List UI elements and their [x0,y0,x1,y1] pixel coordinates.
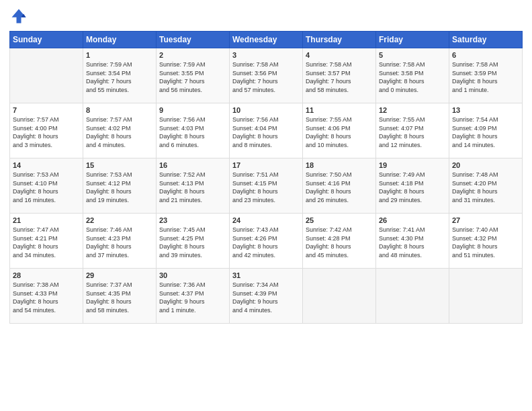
day-number: 4 [306,51,373,59]
calendar-cell: 16Sunrise: 7:52 AM Sunset: 4:13 PM Dayli… [157,158,230,214]
day-number: 10 [232,106,300,114]
day-number: 28 [13,271,80,279]
calendar-cell: 3Sunrise: 7:58 AM Sunset: 3:56 PM Daylig… [230,48,303,103]
day-number: 29 [86,271,153,279]
header-saturday: Saturday [449,32,523,48]
day-number: 25 [306,216,373,224]
calendar-cell: 19Sunrise: 7:49 AM Sunset: 4:18 PM Dayli… [376,158,449,214]
calendar-cell: 15Sunrise: 7:53 AM Sunset: 4:12 PM Dayli… [83,158,157,214]
day-number: 30 [159,271,226,279]
calendar-cell: 18Sunrise: 7:50 AM Sunset: 4:16 PM Dayli… [303,158,376,214]
day-number: 1 [86,51,153,59]
cell-content: Sunrise: 7:42 AM Sunset: 4:28 PM Dayligh… [306,226,373,259]
day-number: 7 [13,106,80,114]
calendar-week-0: 1Sunrise: 7:59 AM Sunset: 3:54 PM Daylig… [10,48,523,103]
day-number: 20 [452,161,519,169]
cell-content: Sunrise: 7:58 AM Sunset: 3:59 PM Dayligh… [452,60,519,94]
cell-content: Sunrise: 7:58 AM Sunset: 3:58 PM Dayligh… [379,60,446,94]
cell-content: Sunrise: 7:43 AM Sunset: 4:26 PM Dayligh… [232,226,300,259]
day-number: 5 [379,51,446,59]
calendar-cell: 7Sunrise: 7:57 AM Sunset: 4:00 PM Daylig… [10,103,83,158]
day-number: 21 [13,216,80,224]
calendar-week-1: 7Sunrise: 7:57 AM Sunset: 4:00 PM Daylig… [10,103,523,158]
cell-content: Sunrise: 7:56 AM Sunset: 4:03 PM Dayligh… [159,116,226,149]
calendar-cell: 30Sunrise: 7:36 AM Sunset: 4:37 PM Dayli… [157,269,230,324]
cell-content: Sunrise: 7:46 AM Sunset: 4:23 PM Dayligh… [86,226,153,259]
cell-content: Sunrise: 7:59 AM Sunset: 3:54 PM Dayligh… [86,60,153,94]
cell-content: Sunrise: 7:49 AM Sunset: 4:18 PM Dayligh… [379,171,446,204]
cell-content: Sunrise: 7:50 AM Sunset: 4:16 PM Dayligh… [306,171,373,204]
header-friday: Friday [376,32,449,48]
day-number: 9 [159,106,226,114]
calendar-cell: 9Sunrise: 7:56 AM Sunset: 4:03 PM Daylig… [157,103,230,158]
calendar-cell: 14Sunrise: 7:53 AM Sunset: 4:10 PM Dayli… [10,158,83,214]
cell-content: Sunrise: 7:34 AM Sunset: 4:39 PM Dayligh… [232,281,300,314]
day-number: 12 [379,106,446,114]
cell-content: Sunrise: 7:56 AM Sunset: 4:04 PM Dayligh… [232,116,300,149]
calendar-cell: 27Sunrise: 7:40 AM Sunset: 4:32 PM Dayli… [449,214,523,269]
cell-content: Sunrise: 7:51 AM Sunset: 4:15 PM Dayligh… [232,171,300,204]
day-number: 6 [452,51,519,59]
day-number: 24 [232,216,300,224]
cell-content: Sunrise: 7:58 AM Sunset: 3:56 PM Dayligh… [232,60,300,94]
day-number: 17 [232,161,300,169]
day-number: 8 [86,106,153,114]
cell-content: Sunrise: 7:54 AM Sunset: 4:09 PM Dayligh… [452,116,519,149]
calendar-cell: 5Sunrise: 7:58 AM Sunset: 3:58 PM Daylig… [376,48,449,103]
day-number: 16 [159,161,226,169]
cell-content: Sunrise: 7:47 AM Sunset: 4:21 PM Dayligh… [13,226,80,259]
calendar-cell: 21Sunrise: 7:47 AM Sunset: 4:21 PM Dayli… [10,214,83,269]
cell-content: Sunrise: 7:48 AM Sunset: 4:20 PM Dayligh… [452,171,519,204]
calendar-week-2: 14Sunrise: 7:53 AM Sunset: 4:10 PM Dayli… [10,158,523,214]
calendar-cell: 10Sunrise: 7:56 AM Sunset: 4:04 PM Dayli… [230,103,303,158]
header [9,7,523,26]
day-number: 23 [159,216,226,224]
calendar-cell: 17Sunrise: 7:51 AM Sunset: 4:15 PM Dayli… [230,158,303,214]
cell-content: Sunrise: 7:55 AM Sunset: 4:06 PM Dayligh… [306,116,373,149]
cell-content: Sunrise: 7:36 AM Sunset: 4:37 PM Dayligh… [159,281,226,314]
cell-content: Sunrise: 7:41 AM Sunset: 4:30 PM Dayligh… [379,226,446,259]
calendar-cell: 25Sunrise: 7:42 AM Sunset: 4:28 PM Dayli… [303,214,376,269]
cell-content: Sunrise: 7:59 AM Sunset: 3:55 PM Dayligh… [159,60,226,94]
calendar-header-row: SundayMondayTuesdayWednesdayThursdayFrid… [10,32,523,48]
cell-content: Sunrise: 7:52 AM Sunset: 4:13 PM Dayligh… [159,171,226,204]
calendar-cell: 11Sunrise: 7:55 AM Sunset: 4:06 PM Dayli… [303,103,376,158]
day-number: 19 [379,161,446,169]
day-number: 15 [86,161,153,169]
calendar-cell [449,269,523,324]
calendar-cell: 26Sunrise: 7:41 AM Sunset: 4:30 PM Dayli… [376,214,449,269]
calendar-cell: 6Sunrise: 7:58 AM Sunset: 3:59 PM Daylig… [449,48,523,103]
day-number: 11 [306,106,373,114]
day-number: 31 [232,271,300,279]
cell-content: Sunrise: 7:57 AM Sunset: 4:02 PM Dayligh… [86,116,153,149]
calendar-cell: 12Sunrise: 7:55 AM Sunset: 4:07 PM Dayli… [376,103,449,158]
cell-content: Sunrise: 7:37 AM Sunset: 4:35 PM Dayligh… [86,281,153,314]
calendar-cell: 1Sunrise: 7:59 AM Sunset: 3:54 PM Daylig… [83,48,157,103]
cell-content: Sunrise: 7:53 AM Sunset: 4:10 PM Dayligh… [13,171,80,204]
calendar-table: SundayMondayTuesdayWednesdayThursdayFrid… [9,31,523,324]
calendar-week-3: 21Sunrise: 7:47 AM Sunset: 4:21 PM Dayli… [10,214,523,269]
header-sunday: Sunday [10,32,83,48]
day-number: 27 [452,216,519,224]
cell-content: Sunrise: 7:55 AM Sunset: 4:07 PM Dayligh… [379,116,446,149]
calendar-cell: 24Sunrise: 7:43 AM Sunset: 4:26 PM Dayli… [230,214,303,269]
day-number: 18 [306,161,373,169]
calendar-cell: 22Sunrise: 7:46 AM Sunset: 4:23 PM Dayli… [83,214,157,269]
day-number: 3 [232,51,300,59]
header-thursday: Thursday [303,32,376,48]
cell-content: Sunrise: 7:45 AM Sunset: 4:25 PM Dayligh… [159,226,226,259]
cell-content: Sunrise: 7:58 AM Sunset: 3:57 PM Dayligh… [306,60,373,94]
calendar-cell [10,48,83,103]
calendar-cell: 28Sunrise: 7:38 AM Sunset: 4:33 PM Dayli… [10,269,83,324]
calendar-cell: 20Sunrise: 7:48 AM Sunset: 4:20 PM Dayli… [449,158,523,214]
calendar-cell [376,269,449,324]
calendar-cell: 2Sunrise: 7:59 AM Sunset: 3:55 PM Daylig… [157,48,230,103]
cell-content: Sunrise: 7:57 AM Sunset: 4:00 PM Dayligh… [13,116,80,149]
calendar-cell: 31Sunrise: 7:34 AM Sunset: 4:39 PM Dayli… [230,269,303,324]
calendar-cell: 29Sunrise: 7:37 AM Sunset: 4:35 PM Dayli… [83,269,157,324]
cell-content: Sunrise: 7:40 AM Sunset: 4:32 PM Dayligh… [452,226,519,259]
day-number: 26 [379,216,446,224]
calendar-cell: 23Sunrise: 7:45 AM Sunset: 4:25 PM Dayli… [157,214,230,269]
logo [9,7,31,26]
page-container: SundayMondayTuesdayWednesdayThursdayFrid… [0,0,532,329]
